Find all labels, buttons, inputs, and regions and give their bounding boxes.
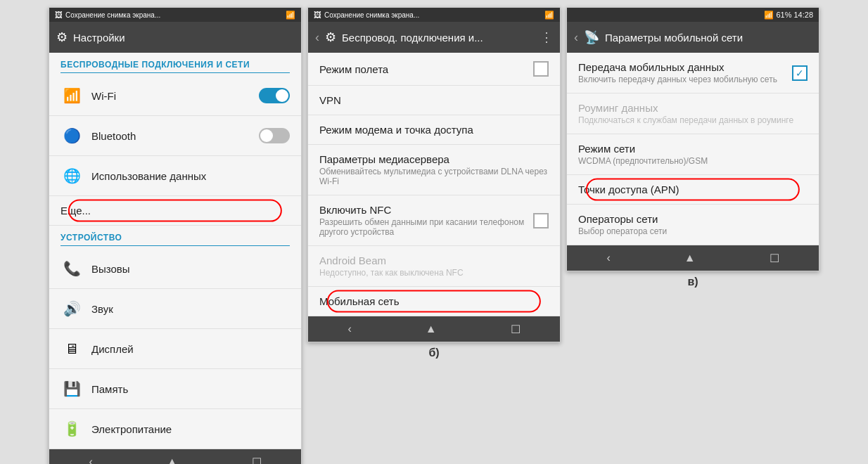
setting-item-tethering[interactable]: Режим модема и точка доступа (308, 115, 560, 145)
power-label: Электропитание (91, 423, 290, 435)
setting-item-mobile-net[interactable]: Мобильная сеть (308, 287, 560, 316)
status-bar-right-text: 📶 61% 14:28 (764, 11, 813, 20)
calls-text: Вызовы (91, 263, 290, 275)
title-text: Настройки (73, 32, 294, 44)
setting-item-airplane[interactable]: Режим полета (308, 53, 560, 86)
setting-item-calls[interactable]: 📞Вызовы (49, 249, 301, 289)
setting-item-roaming[interactable]: Роуминг данныхПодключаться к службам пер… (567, 94, 819, 134)
network-mode-text: Режим сетиWCDMA (предпочтительно)/GSM (578, 143, 808, 166)
sound-text: Звук (91, 303, 290, 315)
bottom-nav-btn-0[interactable]: ‹ (598, 249, 618, 267)
setting-item-bluetooth[interactable]: 🔵Bluetooth (49, 116, 301, 156)
more-text: Еще... (60, 205, 290, 217)
setting-item-memory[interactable]: 💾Память (49, 369, 301, 409)
mobile-data-sublabel: Включить передачу данных через мобильную… (578, 75, 792, 84)
nfc-sublabel: Разрешить обмен данными при касании теле… (319, 217, 533, 237)
bottom-nav-btn-1[interactable]: ▲ (158, 453, 186, 464)
status-bar-left: 🖼Сохранение снимка экрана... (314, 11, 419, 19)
settings-content: Передача мобильных данныхВключить переда… (567, 53, 819, 245)
display-icon: 🖥 (60, 337, 83, 360)
setting-item-data-usage[interactable]: 🌐Использование данных (49, 156, 301, 196)
setting-item-sound[interactable]: 🔊Звук (49, 289, 301, 329)
wifi-toggle[interactable] (259, 88, 290, 103)
bottom-nav-btn-0[interactable]: ‹ (80, 453, 101, 464)
airplane-text: Режим полета (319, 63, 533, 75)
setting-item-apn[interactable]: Точки доступа (APN) (567, 175, 819, 205)
panel-wrapper-panel-b: 🖼Сохранение снимка экрана...📶‹⚙Беспровод… (307, 7, 561, 359)
wifi-label: Wi-Fi (91, 90, 259, 102)
setting-item-mediaserver[interactable]: Параметры медиасервераОбменивайтесь муль… (308, 145, 560, 195)
status-bar: 📶 61% 14:28 (567, 8, 819, 22)
title-icon: ⚙ (56, 30, 68, 45)
mobile-net-text: Мобильная сеть (319, 295, 549, 307)
setting-item-more[interactable]: Еще... (49, 196, 301, 226)
back-arrow-icon[interactable]: ‹ (315, 30, 319, 45)
nfc-label: Включить NFC (319, 204, 533, 216)
tethering-text: Режим модема и точка доступа (319, 124, 549, 136)
panel-label-panel-b: б) (428, 347, 439, 359)
power-text: Электропитание (91, 423, 290, 435)
mediaserver-sublabel: Обменивайтесь мультимедиа с устройствами… (319, 167, 549, 186)
status-bar-right: 📶 (544, 11, 554, 20)
data-usage-icon: 🌐 (60, 165, 83, 187)
bluetooth-label: Bluetooth (91, 130, 259, 142)
bottom-nav-btn-1[interactable]: ▲ (676, 249, 704, 267)
panel-label-panel-c: в) (687, 276, 698, 288)
bottom-nav-btn-2[interactable]: ☐ (502, 320, 529, 339)
bottom-nav-btn-0[interactable]: ‹ (339, 320, 359, 338)
mobile-data-checkbox[interactable]: ✓ (792, 65, 808, 81)
calls-icon: 📞 (60, 257, 83, 280)
mediaserver-label: Параметры медиасервера (319, 153, 549, 165)
panel-wrapper-panel-c: 📶 61% 14:28‹📡Параметры мобильной сетиПер… (566, 7, 819, 288)
bottom-nav-btn-1[interactable]: ▲ (417, 320, 445, 338)
setting-item-operators[interactable]: Операторы сетиВыбор оператора сети (567, 205, 819, 245)
setting-item-vpn[interactable]: VPN (308, 86, 560, 115)
status-bar-left: 🖼Сохранение снимка экрана... (55, 11, 160, 19)
more-options-icon[interactable]: ⋮ (540, 30, 553, 45)
android-beam-label: Android Beam (319, 254, 549, 266)
nfc-text: Включить NFCРазрешить обмен данными при … (319, 204, 533, 237)
power-icon: 🔋 (60, 418, 83, 440)
bottom-nav: ‹▲☐ (567, 245, 819, 271)
settings-content: БЕСПРОВОДНЫЕ ПОДКЛЮЧЕНИЯ И СЕТИ📶Wi-Fi🔵Bl… (49, 53, 301, 449)
data-usage-text: Использование данных (91, 170, 290, 182)
status-bar-right: 📶 (286, 11, 295, 20)
screenshot-icon: 🖼 (55, 11, 63, 19)
setting-item-wifi[interactable]: 📶Wi-Fi (49, 76, 301, 116)
network-mode-sublabel: WCDMA (предпочтительно)/GSM (578, 156, 808, 166)
display-label: Дисплей (91, 343, 290, 355)
roaming-text: Роуминг данныхПодключаться к службам пер… (578, 102, 808, 125)
status-bar-left-text: Сохранение снимка экрана... (324, 11, 419, 19)
wifi-icon: 📶 (60, 84, 83, 107)
vpn-label: VPN (319, 94, 549, 106)
settings-content: Режим полетаVPNРежим модема и точка дост… (308, 53, 560, 316)
status-icons: 📶 (286, 11, 295, 20)
phone-panel-panel-c: 📶 61% 14:28‹📡Параметры мобильной сетиПер… (566, 7, 819, 271)
phone-panel-panel-b: 🖼Сохранение снимка экрана...📶‹⚙Беспровод… (307, 7, 561, 342)
nfc-checkbox[interactable] (533, 213, 549, 228)
display-text: Дисплей (91, 343, 290, 355)
bottom-nav-btn-2[interactable]: ☐ (243, 453, 270, 465)
bottom-nav-btn-2[interactable]: ☐ (761, 249, 788, 268)
mobile-net-label: Мобильная сеть (319, 295, 549, 307)
bottom-nav: ‹▲☐ (49, 449, 301, 464)
setting-item-mobile-data[interactable]: Передача мобильных данныхВключить переда… (567, 53, 819, 94)
title-icon: 📡 (584, 30, 599, 45)
mobile-data-text: Передача мобильных данныхВключить переда… (578, 61, 792, 84)
setting-item-network-mode[interactable]: Режим сетиWCDMA (предпочтительно)/GSM (567, 134, 819, 175)
setting-item-android-beam[interactable]: Android BeamНедоступно, так как выключен… (308, 246, 560, 287)
back-arrow-icon[interactable]: ‹ (574, 30, 578, 45)
bluetooth-toggle[interactable] (259, 128, 290, 143)
setting-item-nfc[interactable]: Включить NFCРазрешить обмен данными при … (308, 195, 560, 246)
status-bar: 🖼Сохранение снимка экрана...📶 (308, 8, 560, 22)
setting-item-display[interactable]: 🖥Дисплей (49, 329, 301, 369)
section-header-0: БЕСПРОВОДНЫЕ ПОДКЛЮЧЕНИЯ И СЕТИ (49, 53, 301, 72)
network-mode-label: Режим сети (578, 143, 808, 155)
airplane-checkbox[interactable] (533, 61, 549, 77)
operators-sublabel: Выбор оператора сети (578, 226, 808, 236)
status-bar-right: 📶 61% 14:28 (764, 11, 813, 20)
setting-item-power[interactable]: 🔋Электропитание (49, 409, 301, 449)
section-divider (60, 72, 290, 73)
roaming-sublabel: Подключаться к службам передачи данных в… (578, 115, 808, 125)
mobile-data-label: Передача мобильных данных (578, 61, 792, 73)
